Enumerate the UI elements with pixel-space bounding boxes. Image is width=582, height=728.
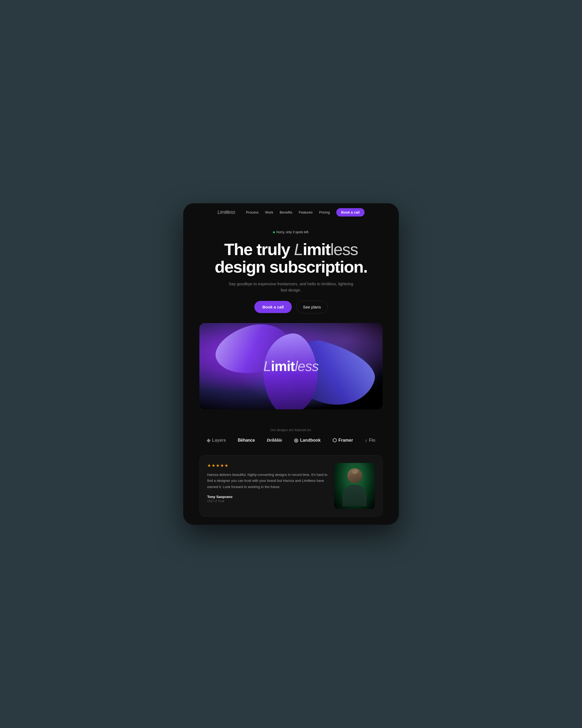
nav-link-work[interactable]: Work <box>265 210 273 214</box>
hero-book-call-button[interactable]: Book a call <box>254 301 292 313</box>
layers-label: Layers <box>212 438 226 443</box>
nav-inner: Limitless Process Work Benefits Features… <box>217 208 364 216</box>
testimonial-stars: ★★★★★ <box>207 463 328 468</box>
hero-title-brand-italic: L <box>294 240 303 259</box>
flo-icon: ♪ <box>365 438 367 443</box>
website-content: Limitless Process Work Benefits Features… <box>183 203 399 525</box>
avatar-hand <box>351 469 358 475</box>
logo-flo: ♪ Flo <box>359 438 381 443</box>
avatar-body <box>342 485 367 506</box>
framer-label: Framer <box>338 438 353 443</box>
testimonial-card: ★★★★★ Hamza delivers beautiful, highly-c… <box>199 455 383 517</box>
hero-title-plain: The truly <box>224 240 294 259</box>
hero-title-line2: design subscription. <box>215 258 367 276</box>
hero-title: The truly Limitless design subscription. <box>194 240 388 276</box>
hero-title-line1: The truly Limitless <box>224 240 358 259</box>
dribbble-label: Dribbble <box>267 438 282 443</box>
featured-label: Our designs are featured on: <box>189 428 393 432</box>
testimonial-section: ★★★★★ Hamza delivers beautiful, highly-c… <box>183 449 399 525</box>
hero-title-brand-light: less <box>330 240 358 259</box>
hero-section: Hurry, only 3 spots left. The truly Limi… <box>183 222 399 420</box>
logo: Limitless <box>217 209 235 215</box>
device-frame: Limitless Process Work Benefits Features… <box>183 203 399 525</box>
urgency-text: Hurry, only 3 spots left. <box>276 230 309 234</box>
navigation: Limitless Process Work Benefits Features… <box>183 203 399 222</box>
logo-bold: Limit <box>217 209 227 215</box>
logo-behance: Bēhance <box>232 438 260 443</box>
hero-brand-text: Limitless <box>264 358 319 374</box>
hero-title-brand-bold: imit <box>303 240 330 259</box>
nav-link-features[interactable]: Features <box>299 210 312 214</box>
hero-see-plans-button[interactable]: See plans <box>296 301 328 313</box>
brand-bold: imit <box>271 358 295 374</box>
logo-italic: less <box>227 209 235 215</box>
hero-actions: Book a call See plans <box>194 301 388 313</box>
nav-book-call-button[interactable]: Book a call <box>336 208 365 216</box>
landbook-icon: ◎ <box>294 437 298 443</box>
testimonial-author-name: Tony Saoprano <box>207 495 328 499</box>
logos-row: ◈ Layers Bēhance Dribbble ◎ Landbook ⬡ F… <box>189 437 393 443</box>
urgency-badge: Hurry, only 3 spots left. <box>273 230 309 234</box>
hero-image-background: Limitless <box>199 323 383 409</box>
behance-label: Bēhance <box>238 438 255 443</box>
hero-subtitle: Say goodbye to expensive freelancers, an… <box>226 281 356 293</box>
avatar-head <box>347 468 362 483</box>
nav-link-benefits[interactable]: Benefits <box>280 210 292 214</box>
nav-links: Process Work Benefits Features Pricing B… <box>246 208 365 216</box>
logo-dribbble: Dribbble <box>261 438 288 443</box>
urgency-dot <box>273 231 275 233</box>
testimonial-avatar <box>334 463 375 509</box>
flo-label: Flo <box>369 438 375 443</box>
testimonial-text: Hamza delivers beautiful, highly-convert… <box>207 472 328 490</box>
landbook-label: Landbook <box>300 438 321 443</box>
logo-framer: ⬡ Framer <box>327 437 359 443</box>
testimonial-content: ★★★★★ Hamza delivers beautiful, highly-c… <box>207 463 328 502</box>
logo-landbook: ◎ Landbook <box>288 437 326 443</box>
brand-light: less <box>295 358 318 374</box>
nav-link-process[interactable]: Process <box>246 210 259 214</box>
avatar-person <box>340 468 369 509</box>
hero-image: Limitless <box>199 323 383 409</box>
featured-section: Our designs are featured on: ◈ Layers Bē… <box>183 420 399 449</box>
logo-layers: ◈ Layers <box>201 437 232 443</box>
testimonial-author-title: CEO of Tryal <box>207 499 328 502</box>
nav-link-pricing[interactable]: Pricing <box>319 210 330 214</box>
brand-italic: L <box>264 358 271 374</box>
framer-icon: ⬡ <box>332 437 337 443</box>
layers-icon: ◈ <box>207 437 211 443</box>
